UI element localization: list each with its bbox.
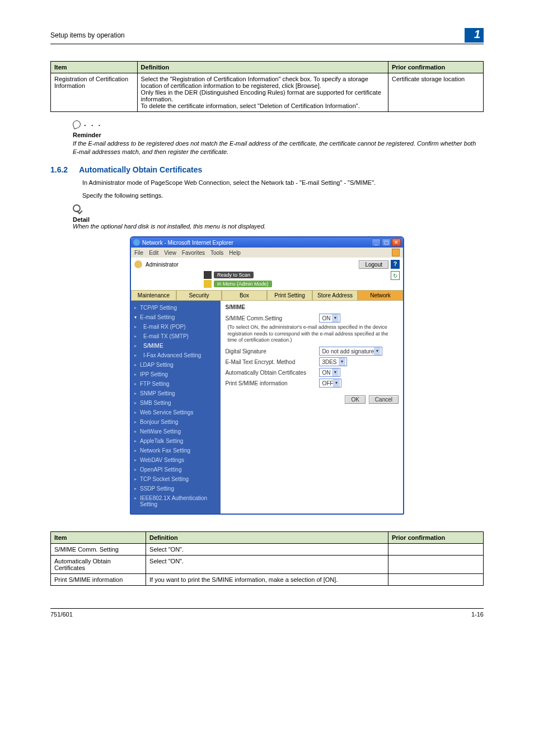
menu-file[interactable]: File: [134, 250, 143, 256]
window-title: Network - Microsoft Internet Explorer: [142, 240, 233, 246]
status-menu: In Menu (Admin Mode): [214, 281, 272, 287]
table-row: Automatically Obtain Certificates Select…: [51, 556, 484, 574]
label-smime-comm: S/MIME Comm.Setting: [225, 315, 315, 321]
panel-note: (To select ON, the administrator's e-mai…: [225, 324, 399, 343]
th2-prior: Prior confirmation: [388, 532, 483, 544]
screenshot-window: Network - Microsoft Internet Explorer _ …: [130, 236, 404, 515]
body-para-1: In Administrator mode of PageScope Web C…: [50, 179, 484, 187]
table-row: S/MIME Comm. Setting Select "ON".: [51, 544, 484, 556]
ie-icon: [133, 239, 140, 246]
label-auto-cert: Automatically Obtain Certificates: [225, 370, 315, 376]
sidebar-item-webdav[interactable]: WebDAV Settings: [131, 455, 221, 465]
sidebar-item-email[interactable]: E-mail Setting: [131, 312, 221, 322]
settings-panel: S/MIME S/MIME Comm.Setting ON (To select…: [221, 301, 403, 514]
cell-prior: Certificate storage location: [388, 73, 483, 112]
ok-button[interactable]: OK: [345, 395, 365, 404]
help-button[interactable]: ?: [391, 260, 400, 269]
ie-throbber-icon: [392, 249, 400, 256]
label-digital-sig: Digital Signature: [225, 348, 315, 354]
footer-left: 751/601: [50, 611, 73, 618]
th-item: Item: [51, 62, 138, 73]
table-row: Print S/MIME information If you want to …: [51, 574, 484, 586]
table-row: Registration of Certification Informatio…: [51, 73, 484, 112]
tab-network[interactable]: Network: [358, 290, 403, 301]
sidebar-item-bonjour[interactable]: Bonjour Setting: [131, 417, 221, 427]
sidebar-item-ipp[interactable]: IPP Setting: [131, 370, 221, 379]
chapter-badge: 1: [465, 28, 484, 43]
close-button[interactable]: ✕: [392, 239, 401, 246]
tab-security[interactable]: Security: [176, 290, 222, 301]
label-print-smime: Print S/MIME information: [225, 380, 315, 386]
menu-help[interactable]: Help: [229, 250, 241, 256]
sidebar-item-smb[interactable]: SMB Setting: [131, 398, 221, 408]
detail-title: Detail: [73, 216, 484, 223]
logout-button[interactable]: Logout: [359, 260, 388, 269]
sidebar-item-tcpsock[interactable]: TCP Socket Setting: [131, 474, 221, 484]
cell-prior: [388, 544, 483, 556]
reminder-dots: . . .: [81, 120, 102, 128]
magnifier-icon: [73, 204, 81, 212]
select-encrypt-method[interactable]: 3DES: [319, 357, 347, 366]
panel-heading: S/MIME: [225, 304, 399, 310]
sidebar-item-ftp[interactable]: FTP Setting: [131, 379, 221, 389]
reminder-text: If the E-mail address to be registered d…: [73, 139, 484, 156]
table-definitions-2: Item Definition Prior confirmation S/MIM…: [50, 531, 484, 586]
sidebar-item-ldap[interactable]: LDAP Setting: [131, 360, 221, 370]
footer-right: 1-16: [471, 611, 484, 618]
tab-box[interactable]: Box: [222, 290, 267, 301]
sidebar-item-emailrx[interactable]: E-mail RX (POP): [131, 322, 221, 332]
sidebar-item-smime[interactable]: S/MIME: [131, 341, 221, 351]
reminder-title: Reminder: [73, 132, 484, 138]
th-prior: Prior confirmation: [388, 62, 483, 73]
menu-favorites[interactable]: Favorites: [182, 250, 205, 256]
sidebar-item-emailtx[interactable]: E-mail TX (SMTP): [131, 332, 221, 341]
sidebar-item-websvc[interactable]: Web Service Settings: [131, 408, 221, 417]
cell-definition: Select "ON".: [146, 544, 388, 556]
tab-print-setting[interactable]: Print Setting: [267, 290, 312, 301]
select-smime-comm[interactable]: ON: [319, 314, 340, 323]
tab-store-address[interactable]: Store Address: [312, 290, 358, 301]
th-definition: Definition: [137, 62, 388, 73]
menu-icon: [204, 280, 212, 288]
cell-item: Registration of Certification Informatio…: [51, 73, 138, 112]
minimize-button[interactable]: _: [372, 239, 381, 246]
refresh-button[interactable]: ↻: [391, 271, 400, 280]
sidebar-item-ifax[interactable]: I-Fax Advanced Setting: [131, 351, 221, 360]
body-para-2: Specify the following settings.: [50, 192, 484, 200]
sidebar-item-snmp[interactable]: SNMP Setting: [131, 389, 221, 398]
sidebar: TCP/IP Setting E-mail Setting E-mail RX …: [131, 301, 221, 514]
cell-definition: Select the "Registration of Certificatio…: [137, 73, 388, 112]
cell-definition: Select "ON".: [146, 556, 388, 574]
sidebar-item-ieee[interactable]: IEEE802.1X Authentication Setting: [131, 493, 221, 509]
sidebar-item-appletalk[interactable]: AppleTalk Setting: [131, 436, 221, 446]
cell-prior: [388, 556, 483, 574]
tab-maintenance[interactable]: Maintenance: [131, 290, 176, 301]
section-number: 1.6.2: [50, 165, 68, 174]
cell-definition: If you want to print the S/MINE informat…: [146, 574, 388, 586]
select-digital-sig[interactable]: Do not add signature: [319, 347, 382, 356]
cell-item: Print S/MIME information: [51, 574, 146, 586]
header-breadcrumb: Setup items by operation: [50, 31, 125, 39]
maximize-button[interactable]: ▢: [382, 239, 391, 246]
cell-item: S/MIME Comm. Setting: [51, 544, 146, 556]
menu-view[interactable]: View: [164, 250, 176, 256]
status-ready: Ready to Scan: [214, 272, 254, 278]
admin-label: Administrator: [146, 262, 179, 268]
sidebar-item-openapi[interactable]: OpenAPI Setting: [131, 465, 221, 474]
th2-definition: Definition: [146, 532, 388, 544]
section-title: Automatically Obtain Certificates: [79, 165, 202, 174]
sidebar-item-netware[interactable]: NetWare Setting: [131, 427, 221, 436]
table-definitions-1: Item Definition Prior confirmation Regis…: [50, 61, 484, 112]
admin-icon: [134, 260, 142, 268]
sidebar-item-tcpip[interactable]: TCP/IP Setting: [131, 303, 221, 312]
printer-icon: [204, 271, 212, 279]
select-auto-cert[interactable]: ON: [319, 368, 340, 377]
cancel-button[interactable]: Cancel: [369, 395, 399, 404]
select-print-smime[interactable]: OFF: [319, 379, 341, 388]
sidebar-item-netfax[interactable]: Network Fax Setting: [131, 446, 221, 455]
label-encrypt-method: E-Mail Text Encrypt. Method: [225, 359, 315, 365]
menu-tools[interactable]: Tools: [210, 250, 223, 256]
sidebar-item-ssdp[interactable]: SSDP Setting: [131, 484, 221, 493]
th2-item: Item: [51, 532, 146, 544]
menu-edit[interactable]: Edit: [149, 250, 158, 256]
